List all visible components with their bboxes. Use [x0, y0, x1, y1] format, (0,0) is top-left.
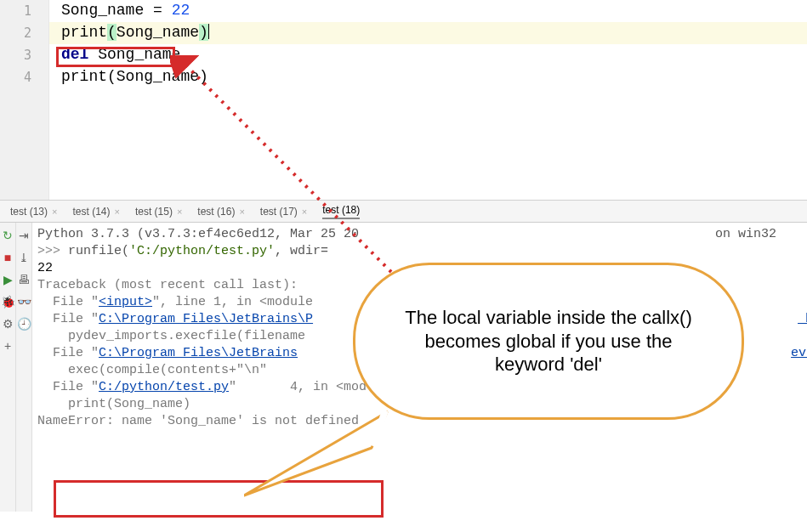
traceback-file-2: File "C:\Program Files\JetBrains\P_bu: [37, 311, 807, 328]
console-toolbar: ⇥ ⤓ 🖶 👓 🕘: [16, 223, 32, 512]
line-number: 2: [0, 22, 48, 44]
close-icon[interactable]: ×: [52, 207, 57, 217]
tab-test-16[interactable]: test (16)×: [197, 206, 244, 218]
add-icon[interactable]: +: [0, 338, 15, 354]
code-line-4[interactable]: print(Song_name): [49, 66, 807, 88]
traceback-file-1: File "<input>", line 1, in <module: [37, 294, 807, 311]
close-icon[interactable]: ×: [114, 207, 119, 217]
traceback-code: exec(compile(contents+"\n": [37, 362, 807, 379]
tab-test-18[interactable]: test (18): [322, 204, 360, 219]
code-line-2[interactable]: print(Song_name): [49, 22, 807, 44]
play-icon[interactable]: ▶: [0, 272, 15, 287]
code-line-3[interactable]: del Song_name: [49, 44, 807, 66]
code-editor[interactable]: 1 2 3 4 Song_name = 22 print(Song_name) …: [0, 0, 807, 201]
file-link[interactable]: C:/python/test.py: [99, 380, 229, 394]
console-output[interactable]: Python 3.7.3 (v3.7.3:ef4ec6ed12, Mar 25 …: [32, 223, 807, 512]
line-number: 1: [0, 0, 48, 22]
close-icon[interactable]: ×: [239, 207, 244, 217]
console-tabs: test (13)× test (14)× test (15)× test (1…: [0, 201, 807, 223]
python-version: Python 3.7.3 (v3.7.3:ef4ec6ed12, Mar 25 …: [37, 226, 807, 243]
traceback-code: pydev_imports.execfile(filename: [37, 328, 807, 345]
error-code-line: print(Song_name): [37, 396, 807, 413]
output-value: 22: [37, 260, 807, 277]
tab-test-15[interactable]: test (15)×: [135, 206, 182, 218]
console-command: >>> runfile('C:/python/test.py', wdir=: [37, 243, 807, 260]
glasses-icon[interactable]: 👓: [16, 294, 31, 309]
traceback-file-4: File "C:/python/test.py" 4, in <mod: [37, 379, 807, 396]
line-number: 3: [0, 44, 48, 66]
tab-test-13[interactable]: test (13)×: [10, 206, 57, 218]
stop-icon[interactable]: ■: [0, 250, 15, 265]
text-cursor: [208, 24, 209, 39]
editor-content[interactable]: Song_name = 22 print(Song_name) del Song…: [49, 0, 807, 200]
step-icon[interactable]: ⇥: [16, 228, 31, 243]
error-message: NameError: name 'Song_name' is not defin…: [37, 413, 807, 430]
settings-icon[interactable]: ⚙: [0, 316, 15, 331]
file-link[interactable]: C:\Program Files\JetBrains\P: [99, 312, 313, 326]
file-link[interactable]: C:\Program Files\JetBrains: [99, 346, 298, 360]
history-icon[interactable]: 🕘: [16, 316, 31, 331]
run-toolbar: ↻ ■ ▶ 🐞 ⚙ +: [0, 223, 16, 512]
console-panel: ↻ ■ ▶ 🐞 ⚙ + ⇥ ⤓ 🖶 👓 🕘 Python 3.7.3 (v3.7…: [0, 223, 807, 512]
rerun-icon[interactable]: ↻: [0, 228, 15, 243]
file-link[interactable]: <input>: [99, 295, 152, 309]
editor-gutter: 1 2 3 4: [0, 0, 49, 200]
line-number: 4: [0, 66, 48, 88]
close-icon[interactable]: ×: [302, 207, 307, 217]
print-icon[interactable]: 🖶: [16, 272, 31, 287]
scroll-down-icon[interactable]: ⤓: [16, 250, 31, 265]
tab-test-17[interactable]: test (17)×: [260, 206, 307, 218]
code-line-1[interactable]: Song_name = 22: [49, 0, 807, 22]
traceback-file-3: File "C:\Program Files\JetBrainsev_im: [37, 345, 807, 362]
debug-icon[interactable]: 🐞: [0, 294, 15, 309]
tab-test-14[interactable]: test (14)×: [72, 206, 119, 218]
traceback-header: Traceback (most recent call last):: [37, 277, 807, 294]
close-icon[interactable]: ×: [177, 207, 182, 217]
